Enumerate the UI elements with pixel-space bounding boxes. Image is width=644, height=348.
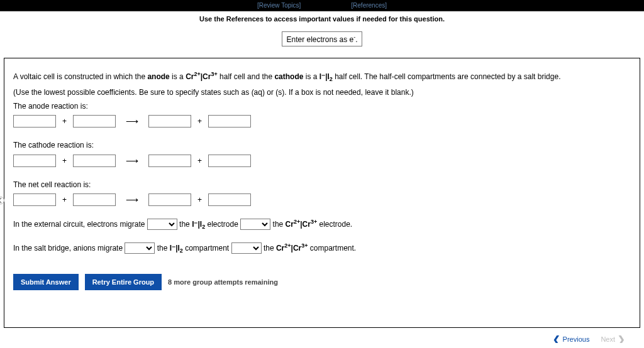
plus-icon: + [60,117,69,126]
q1-textc: electrode [205,220,240,229]
i-halfcell-2: I⁻|I2 [192,220,205,229]
i-halfcell-3: I⁻|I2 [170,244,183,253]
anion-direction-1-select[interactable] [125,242,155,254]
next-button: Next❯ [601,334,625,343]
plus-icon: + [195,195,204,204]
hint-prefix: Enter electrons as e [286,35,353,44]
p1-text4: is a [303,72,319,81]
attempts-remaining: 8 more group attempts remaining [168,278,278,286]
anode-label: The anode reaction is: [13,100,631,112]
plus-icon: + [60,156,69,165]
cathode-label: The cathode reaction is: [13,139,631,151]
electron-direction-1-select[interactable] [147,219,177,230]
anode-reactant-1[interactable] [13,115,56,128]
electron-direction-2-select[interactable] [240,219,270,230]
q2-textb: the [157,244,170,253]
scroll-chevron-left-icon[interactable] [0,193,4,208]
net-product-1[interactable] [148,193,191,206]
q1-textd: the [273,220,286,229]
net-reactant-1[interactable] [13,193,56,206]
net-reaction-row: + ⟶ + [13,193,631,206]
cathode-product-1[interactable] [148,155,191,167]
top-bar: [Review Topics] [References] [0,0,644,11]
next-label: Next [601,335,615,343]
problem-paragraph-1: A voltaic cell is constructed in which t… [13,70,631,85]
previous-label: Previous [563,335,590,343]
button-bar: Submit Answer Retry Entire Group 8 more … [13,274,631,290]
arrow-icon: ⟶ [119,195,145,205]
nav-bar: ❮Previous Next❯ [0,329,636,343]
review-topics-link[interactable]: [Review Topics] [257,2,301,9]
q2-texte: compartment. [308,244,356,253]
q1-textb: the [179,220,192,229]
chevron-right-icon: ❯ [618,334,625,343]
cr-halfcell-1: Cr2+|Cr3+ [186,72,218,81]
svg-point-0 [0,197,4,204]
instruction-text: Use the References to access important v… [0,11,644,29]
cr-halfcell-2: Cr2+|Cr3+ [286,220,318,229]
cathode-word: cathode [274,72,303,81]
plus-icon: + [195,117,204,126]
cathode-reaction-row: + ⟶ + [13,155,631,167]
arrow-icon: ⟶ [119,116,145,126]
hint-box: Enter electrons as e-. [282,31,362,46]
p1-text3: half cell and the [218,72,275,81]
p1-text5: half cell. The half-cell compartments ar… [333,72,561,81]
chevron-left-icon: ❮ [553,334,560,343]
q2-textd: the [264,244,276,253]
question-panel: A voltaic cell is constructed in which t… [4,58,640,328]
q1-texte: electrode. [317,220,352,229]
arrow-icon: ⟶ [119,156,145,166]
net-reactant-2[interactable] [73,193,116,206]
cathode-reactant-2[interactable] [73,155,116,167]
problem-paragraph-2: (Use the lowest possible coefficients. B… [13,86,631,99]
anion-direction-2-select[interactable] [231,242,262,254]
i-halfcell-1: I⁻|I2 [319,72,333,81]
hint-suffix: . [355,35,357,44]
anode-reaction-row: + ⟶ + [13,115,631,128]
previous-button[interactable]: ❮Previous [553,334,590,343]
q2-textc: compartment [183,244,231,253]
anode-product-1[interactable] [148,115,191,128]
plus-icon: + [60,195,69,204]
cr-halfcell-3: Cr2+|Cr3+ [276,244,308,253]
q1-text: In the external circuit, electrons migra… [13,220,147,229]
plus-icon: + [195,156,204,165]
migrate-q1: In the external circuit, electrons migra… [13,217,631,232]
cathode-product-2[interactable] [208,155,251,167]
p1-text: A voltaic cell is constructed in which t… [13,72,147,81]
cathode-reactant-1[interactable] [13,155,56,167]
references-link[interactable]: [References] [351,2,387,9]
p1-text2: is a [170,72,186,81]
anode-reactant-2[interactable] [73,115,116,128]
anode-product-2[interactable] [208,115,251,128]
anode-word: anode [147,72,169,81]
net-product-2[interactable] [208,193,251,206]
net-label: The net cell reaction is: [13,178,631,191]
q2-text: In the salt bridge, anions migrate [13,244,125,253]
retry-group-button[interactable]: Retry Entire Group [85,274,162,290]
submit-answer-button[interactable]: Submit Answer [13,274,79,290]
migrate-q2: In the salt bridge, anions migrate the I… [13,241,631,256]
